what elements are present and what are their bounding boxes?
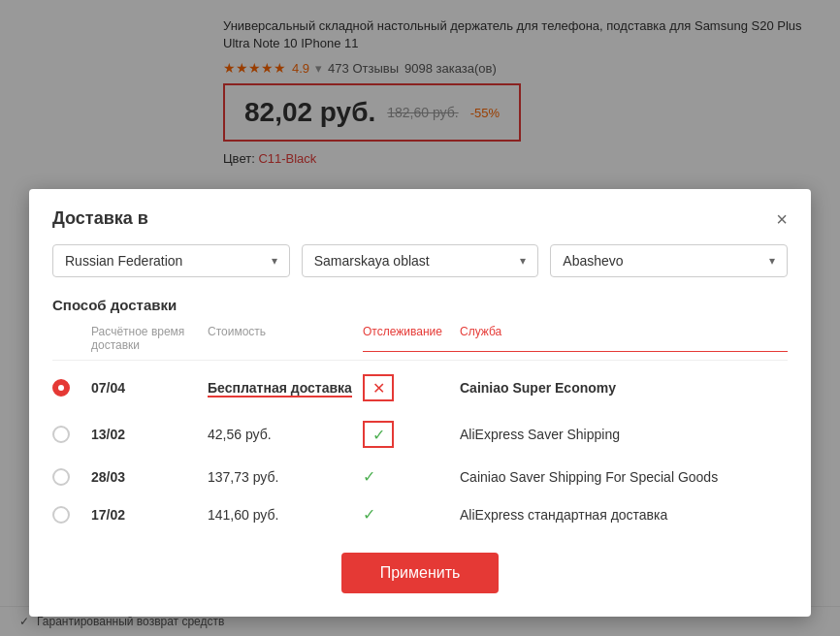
radio-button[interactable]: [52, 379, 70, 397]
city-dropdown-arrow: ▾: [769, 254, 775, 268]
table-row[interactable]: 07/04Бесплатная доставка✕Cainiao Super E…: [52, 365, 788, 411]
table-row[interactable]: 28/03137,73 руб.✓Cainiao Saver Shipping …: [52, 458, 788, 495]
shipping-rows: 07/04Бесплатная доставка✕Cainiao Super E…: [52, 365, 788, 533]
table-row[interactable]: 13/0242,56 руб.✓AliExpress Saver Shippin…: [52, 411, 788, 458]
region-dropdown[interactable]: Samarskaya oblast ▾: [302, 244, 539, 277]
delivery-cost: 141,60 руб.: [208, 507, 363, 523]
th-time: Расчётное время доставки: [91, 325, 208, 352]
check-box-icon: ✓: [363, 421, 394, 448]
delivery-date: 17/02: [91, 507, 208, 523]
delivery-cost: 137,73 руб.: [208, 469, 363, 485]
service-name: AliExpress Saver Shipping: [460, 427, 788, 442]
th-tracking: Отслеживание: [363, 325, 460, 352]
tracking-indicator: ✓: [363, 467, 460, 486]
country-dropdown-arrow: ▾: [272, 254, 277, 268]
radio-button[interactable]: [52, 426, 70, 443]
delivery-method-title: Способ доставки: [52, 297, 788, 313]
delivery-cost: 42,56 руб.: [208, 427, 363, 442]
th-cost: Стоимость: [208, 325, 363, 352]
region-value: Samarskaya oblast: [314, 253, 430, 269]
tracking-indicator: ✕: [363, 374, 460, 401]
location-dropdowns: Russian Federation ▾ Samarskaya oblast ▾…: [52, 244, 788, 277]
delivery-date: 07/04: [91, 380, 208, 396]
delivery-modal: Доставка в × Russian Federation ▾ Samars…: [29, 189, 811, 617]
apply-row: Применить: [52, 553, 788, 593]
country-value: Russian Federation: [65, 253, 182, 269]
th-radio: [52, 325, 91, 352]
service-name: Cainiao Saver Shipping For Special Goods: [460, 469, 788, 485]
check-icon: ✓: [363, 505, 375, 524]
delivery-cost: Бесплатная доставка: [208, 379, 363, 398]
th-service: Служба: [460, 325, 788, 352]
modal-header: Доставка в ×: [52, 208, 788, 229]
service-name: Cainiao Super Economy: [460, 380, 788, 396]
table-header: Расчётное время доставки Стоимость Отсле…: [52, 325, 788, 361]
cross-icon: ✕: [363, 374, 394, 401]
delivery-date: 13/02: [91, 427, 208, 442]
check-icon: ✓: [363, 467, 375, 486]
city-dropdown[interactable]: Abashevo ▾: [550, 244, 788, 277]
delivery-date: 28/03: [91, 469, 208, 485]
service-name: AliExpress стандартная доставка: [460, 507, 788, 523]
tracking-indicator: ✓: [363, 421, 460, 448]
table-row[interactable]: 17/02141,60 руб.✓AliExpress стандартная …: [52, 495, 788, 533]
radio-button[interactable]: [52, 468, 70, 486]
modal-title: Доставка в: [52, 208, 148, 229]
close-button[interactable]: ×: [776, 209, 788, 229]
city-value: Abashevo: [563, 253, 623, 269]
country-dropdown[interactable]: Russian Federation ▾: [52, 244, 290, 277]
region-dropdown-arrow: ▾: [520, 254, 526, 268]
tracking-indicator: ✓: [363, 505, 460, 524]
radio-button[interactable]: [52, 506, 70, 524]
apply-button[interactable]: Применить: [341, 553, 500, 593]
